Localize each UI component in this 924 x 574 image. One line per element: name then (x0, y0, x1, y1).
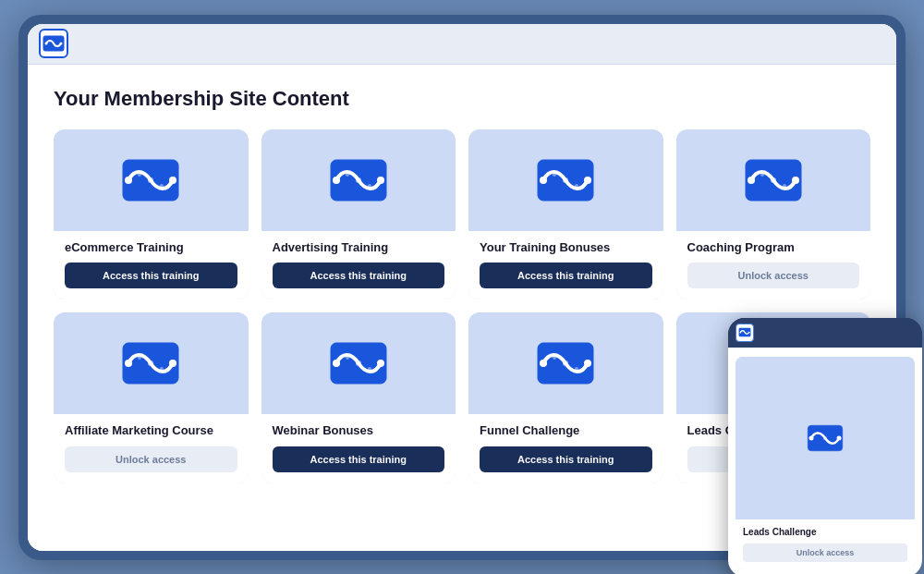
card-button-advertising-training[interactable]: Access this training (273, 263, 445, 288)
svg-point-10 (333, 177, 340, 184)
svg-point-24 (771, 177, 776, 183)
svg-point-11 (377, 177, 384, 184)
svg-point-28 (125, 360, 132, 367)
svg-point-23 (792, 177, 799, 184)
card-coaching-program: Coaching Program Unlock access (676, 129, 871, 300)
card-image-your-training-bonuses (468, 129, 663, 231)
svg-point-31 (138, 356, 141, 360)
card-button-coaching-program[interactable]: Unlock access (687, 263, 860, 288)
svg-point-52 (739, 332, 741, 334)
card-body-webinar-bonuses: Webinar Bonuses Access this training (261, 414, 456, 483)
card-button-webinar-bonuses[interactable]: Access this training (273, 446, 445, 472)
tablet-card-title: Leads Challenge (743, 527, 907, 537)
svg-point-17 (584, 177, 591, 184)
svg-point-34 (333, 360, 340, 367)
card-body-funnel-challenge: Funnel Challenge Access this training (468, 414, 663, 483)
svg-point-38 (368, 367, 371, 371)
card-body-coaching-program: Coaching Program Unlock access (676, 231, 871, 300)
svg-point-55 (809, 435, 814, 440)
card-title-ecommerce-training: eCommerce Training (65, 240, 237, 256)
tablet-overlay: Leads Challenge Unlock access (728, 318, 922, 575)
tablet-logo (736, 324, 754, 342)
card-funnel-challenge: Funnel Challenge Access this training (468, 312, 663, 483)
card-title-webinar-bonuses: Webinar Bonuses (273, 423, 445, 439)
svg-point-40 (540, 360, 547, 367)
svg-point-41 (584, 360, 591, 367)
card-title-funnel-challenge: Funnel Challenge (480, 423, 652, 439)
svg-point-16 (540, 177, 547, 184)
card-body-ecommerce-training: eCommerce Training Access this training (54, 231, 249, 300)
card-body-affiliate-marketing-course: Affiliate Marketing Course Unlock access (54, 414, 249, 483)
card-affiliate-marketing-course: Affiliate Marketing Course Unlock access (54, 312, 249, 483)
svg-point-8 (160, 184, 164, 188)
svg-point-18 (563, 177, 568, 183)
card-button-your-training-bonuses[interactable]: Access this training (480, 263, 652, 288)
svg-point-26 (783, 184, 786, 188)
card-image-webinar-bonuses (261, 312, 456, 414)
card-webinar-bonuses: Webinar Bonuses Access this training (261, 312, 456, 483)
tablet-card: Leads Challenge Unlock access (736, 357, 915, 569)
card-title-your-training-bonuses: Your Training Bonuses (480, 240, 652, 256)
tab-bar (28, 24, 896, 65)
card-advertising-training: Advertising Training Access this trainin… (261, 129, 456, 300)
svg-point-6 (148, 177, 153, 183)
card-body-your-training-bonuses: Your Training Bonuses Access this traini… (468, 231, 663, 300)
card-button-affiliate-marketing-course[interactable]: Unlock access (65, 446, 237, 472)
svg-point-36 (356, 360, 361, 366)
svg-point-14 (368, 184, 371, 188)
card-image-funnel-challenge (468, 312, 663, 414)
card-title-affiliate-marketing-course: Affiliate Marketing Course (65, 423, 237, 439)
card-image-coaching-program (676, 129, 871, 231)
svg-point-20 (575, 184, 578, 188)
svg-point-13 (346, 173, 349, 177)
app-logo (39, 29, 68, 58)
card-button-funnel-challenge[interactable]: Access this training (480, 446, 652, 472)
card-image-ecommerce-training (54, 129, 249, 231)
svg-point-22 (748, 177, 755, 184)
svg-point-5 (169, 177, 176, 184)
svg-point-29 (169, 360, 176, 367)
card-button-ecommerce-training[interactable]: Access this training (65, 263, 237, 288)
svg-point-53 (748, 332, 750, 334)
svg-point-25 (760, 173, 764, 177)
svg-point-12 (356, 177, 361, 183)
svg-point-1 (45, 43, 48, 45)
card-title-coaching-program: Coaching Program (687, 240, 860, 256)
card-your-training-bonuses: Your Training Bonuses Access this traini… (468, 129, 663, 300)
svg-point-57 (823, 436, 827, 440)
svg-point-30 (148, 360, 153, 366)
device-frame: Your Membership Site Content eCommerce T… (18, 15, 906, 560)
tablet-card-body: Leads Challenge Unlock access (736, 519, 915, 569)
svg-point-2 (60, 43, 63, 45)
tablet-tab-bar (728, 318, 922, 348)
card-ecommerce-training: eCommerce Training Access this training (54, 129, 249, 300)
page-title: Your Membership Site Content (54, 87, 870, 111)
svg-point-32 (160, 367, 164, 371)
svg-point-44 (575, 367, 578, 371)
tablet-content: Leads Challenge Unlock access (728, 348, 922, 575)
svg-point-56 (837, 435, 842, 440)
svg-point-37 (346, 356, 349, 360)
svg-point-7 (138, 173, 141, 177)
tablet-card-image (736, 357, 915, 519)
svg-point-35 (377, 360, 384, 367)
svg-point-42 (563, 360, 568, 366)
card-image-advertising-training (261, 129, 456, 231)
svg-point-19 (553, 173, 556, 177)
card-title-advertising-training: Advertising Training (273, 240, 445, 256)
tablet-unlock-button[interactable]: Unlock access (743, 543, 907, 562)
svg-point-4 (125, 177, 132, 184)
svg-point-43 (553, 356, 556, 360)
card-body-advertising-training: Advertising Training Access this trainin… (261, 231, 456, 300)
card-image-affiliate-marketing-course (54, 312, 249, 414)
